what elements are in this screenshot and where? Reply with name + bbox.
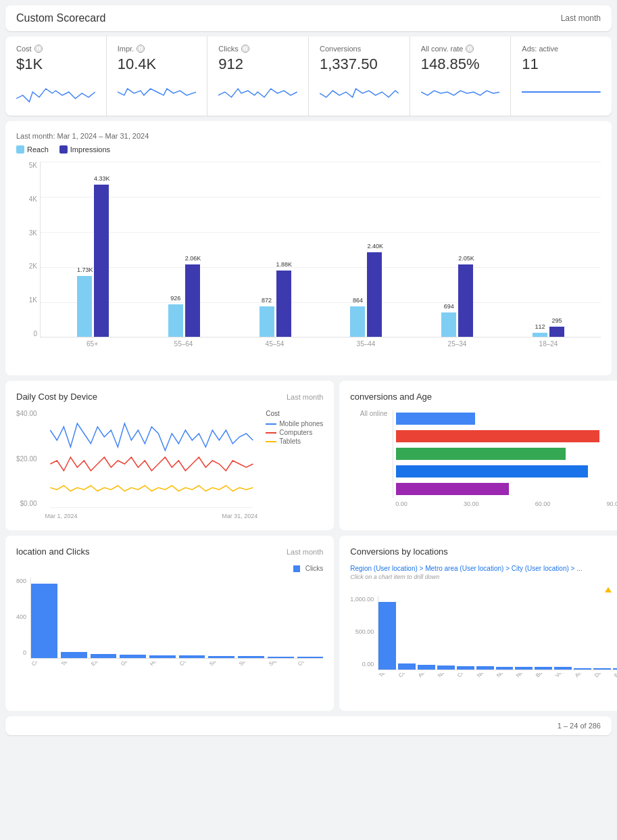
age-x-60: 60.00 [535,500,551,507]
age-bar-35-44 [396,448,617,460]
mobile-phones-line [50,423,253,450]
sparkline-2 [218,78,297,106]
conv-breadcrumb[interactable]: Region (User location) > Metro area (Use… [350,565,617,572]
info-icon[interactable]: ⓘ [466,45,474,53]
metric-label-3: Conversions [320,45,399,53]
metric-impr-: Impr.ⓘ10.4K [107,37,208,116]
chart-date-range: Last month: Mar 1, 2024 – Mar 31, 2024 [16,132,601,140]
metric-label-5: Ads: active [522,45,601,53]
loc-bar-7 [238,656,264,658]
metric-cost: Costⓘ$1K [5,37,107,116]
computers-line [50,457,253,471]
metric-all-conv--rate: All conv. rateⓘ148.85% [410,37,512,116]
impressions-value-65+: 4.33K [94,175,109,182]
impressions-bar-65+: 4.33K [94,185,109,337]
loc-bar-0 [31,584,57,658]
conv-bar-7 [515,667,533,670]
age-bar-fill-65-plus [396,483,509,495]
pagination: 1 – 24 of 286 [558,722,601,730]
x-label-25–34: 25–34 [418,340,496,348]
reach-bar-35–44: 864 [350,306,365,337]
impressions-bar-18–24: 295 [549,327,564,337]
bar-groups: 1.73K4.33K9262.06K8721.88K8642.40K6942.0… [54,161,587,337]
bar-group-25–34: 6942.05K [418,161,496,337]
bar-chart-container: 5K 4K 3K 2K 1K 0 1.73K4.33K9262.06K8721. [16,162,601,365]
conv-bar-9 [554,667,572,670]
reach-impressions-chart: Last month: Mar 1, 2024 – Mar 31, 2024 R… [5,121,612,375]
reach-value-25–34: 694 [441,303,456,310]
conv-y-500: 500.00 [355,628,374,635]
conv-bar-11 [593,668,611,670]
impressions-value-18–24: 295 [549,317,564,324]
conv-x-labels: Terre...Cincin...Atlanta...Nashville...C… [378,673,617,700]
conv-bar-6 [496,667,514,670]
conv-bar-10 [574,668,591,670]
bar-group-45–54: 8721.88K [237,161,314,337]
age-y-axis: All online [350,410,387,511]
conv-bar-0 [378,602,396,670]
conversions-age-chart: conversions and Age Last month All onlin… [339,381,617,530]
x-label-65+: 65+ [53,340,131,348]
mobile-phones-legend: Mobile phones [266,420,323,427]
reach-bar-25–34: 694 [441,312,456,337]
conv-bar-5 [476,666,494,670]
bar-group-18–24: 112295 [510,161,587,337]
loc-bar-2 [91,654,117,658]
location-clicks-period: Last month [287,548,323,556]
loc-bar-6 [208,656,235,658]
impressions-value-55–64: 2.06K [185,255,200,262]
age-bar-65-plus [396,483,617,495]
reach-bar-45–54: 872 [260,306,274,337]
reach-bar-18–24: 112 [533,333,547,337]
info-icon[interactable]: ⓘ [34,45,43,53]
metric-value-4: 148.85% [421,55,500,73]
x-label-55–64: 55–64 [145,340,222,348]
age-x-90: 90.00 [606,500,617,507]
sparkline-3 [320,78,399,106]
sparkline-4 [421,78,500,106]
cost-y-20: $20.00 [16,455,37,463]
conv-legend-item [605,587,612,592]
x-label-35–44: 35–44 [327,340,405,348]
location-clicks-header: location and Clicks Last month [16,546,323,557]
header: Custom Scorecard Last month [5,5,612,31]
y-label-4k: 4K [29,195,37,203]
conv-bar-3 [437,666,455,670]
page-footer: 1 – 24 of 286 [5,716,612,735]
conv-chart-body: 1,000.00 500.00 0.00 Terre...Cincin...At… [350,596,617,700]
page-title: Custom Scorecard [16,12,106,24]
bar-group-35–44: 8642.40K [327,161,405,337]
cost-y-40: $40.00 [16,410,37,417]
age-row-label: All online [350,410,387,417]
cost-y-0: $0.00 [20,500,37,507]
reach-bar-55–64: 926 [168,304,183,337]
cost-legend-title: Cost [266,410,323,417]
cost-date-start: Mar 1, 2024 [45,513,78,519]
y-label-2k: 2K [29,262,37,270]
metric-value-5: 11 [522,55,601,73]
location-y-axis: 800 400 0 [16,578,28,659]
metrics-row: Costⓘ$1KImpr.ⓘ10.4KClicksⓘ912Conversions… [5,37,612,116]
metric-value-0: $1K [16,55,95,73]
age-bar-fill-35-44 [396,448,565,460]
loc-bar-1 [61,652,87,658]
computers-legend: Computers [266,429,323,436]
daily-cost-chart: Daily Cost by Device Last month $40.00 $… [5,381,334,530]
metric-ads--active: Ads: active11 [511,37,612,116]
y-label-0: 0 [33,330,37,337]
cost-line-chart [45,410,258,508]
y-axis: 5K 4K 3K 2K 1K 0 [16,162,40,337]
tablets-line [50,486,253,491]
conversions-locations-title: Conversions by locations [350,546,448,557]
age-bar-fill-25-34 [396,430,599,442]
daily-cost-header: Daily Cost by Device Last month [16,392,323,402]
daily-cost-period: Last month [287,393,323,401]
location-clicks-title: location and Clicks [16,546,89,557]
age-bar-25-34 [396,430,617,442]
daily-cost-body: $40.00 $20.00 $0.00 Mar 1, [16,410,323,519]
info-icon[interactable]: ⓘ [137,45,145,53]
legend-impressions-label: Impressions [70,145,110,154]
metric-conversions: Conversions1,337.50 [309,37,410,116]
conv-y-0: 0.00 [362,661,374,668]
info-icon[interactable]: ⓘ [241,45,249,53]
